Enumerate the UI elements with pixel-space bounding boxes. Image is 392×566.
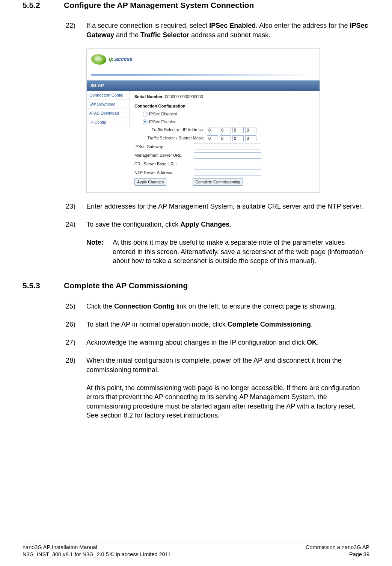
step-body: Click the Connection Config link on the … (86, 302, 369, 311)
section-title: Complete the AP Commissioning (64, 280, 369, 291)
footer-doc-title: nano3G AP Installation Manual (23, 544, 171, 551)
page-footer: nano3G AP Installation Manual N3G_INST_3… (23, 542, 369, 558)
footer-page-number: Page 39 (306, 551, 369, 558)
step-28-continuation: At this point, the commissioning web pag… (86, 383, 369, 420)
section-number: 5.5.3 (23, 280, 64, 291)
step-number: 26) (66, 320, 86, 329)
note-text: At this point it may be useful to make a… (113, 238, 369, 265)
step-24: 24) To save the configuration, click App… (66, 220, 369, 229)
footer-copyright: N3G_INST_300 v8.1 for N3G_2.0.5 © ip.acc… (23, 551, 171, 558)
note-block: Note: At this point it may be useful to … (86, 238, 369, 265)
section-heading-5.5.2: 5.5.2 Configure the AP Management System… (23, 0, 369, 11)
ipaccess-logo-icon (91, 54, 106, 65)
octet-input[interactable]: 0 (232, 127, 244, 133)
section-heading-5.5.3: 5.5.3 Complete the AP Commissioning (23, 280, 369, 291)
radio-label: IPSec Disabled (149, 111, 177, 117)
step-number: 24) (66, 220, 86, 229)
step-body: When the initial configuration is comple… (86, 356, 369, 374)
ts-ip-label: Traffic Selector - IP Address: (134, 127, 207, 133)
ipsec-gateway-input[interactable] (194, 144, 261, 150)
config-screenshot: ip.access 3G AP Connection Config SW Dow… (86, 48, 369, 193)
step-number: 23) (66, 202, 86, 211)
ts-mask-octets: 0 0 0 0 (207, 135, 256, 141)
step-25: 25) Click the Connection Config link on … (66, 302, 369, 311)
octet-input[interactable]: 0 (207, 127, 218, 133)
nav-sidebar: Connection Config SW Download ATAS Downl… (87, 91, 130, 192)
gradient-divider (91, 74, 315, 76)
ipsec-enabled-row[interactable]: IPSec Enabled (134, 119, 315, 125)
footer-chapter: Commission a nano3G AP (306, 544, 369, 551)
octet-input[interactable]: 0 (220, 135, 231, 141)
octet-input[interactable]: 0 (220, 127, 231, 133)
step-22: 22) If a secure connection is required, … (66, 21, 369, 39)
ipaccess-logo-text: ip.access (109, 56, 133, 63)
complete-commissioning-button[interactable]: Complete Commissioning (193, 178, 243, 186)
serial-value: 000000-0000000000 (165, 94, 203, 100)
section-title: Configure the AP Management System Conne… (64, 0, 369, 11)
step-number: 25) (66, 302, 86, 311)
octet-input[interactable]: 0 (245, 135, 256, 141)
mgmt-server-input[interactable] (194, 152, 261, 159)
radio-icon[interactable] (143, 120, 148, 124)
nav-ip-config[interactable]: IP Config (87, 118, 130, 127)
ipsec-disabled-row[interactable]: IPSec Disabled (134, 111, 315, 117)
step-body: Acknowledge the warning about changes in… (86, 338, 369, 347)
octet-input[interactable]: 0 (245, 127, 256, 133)
step-body: To start the AP in normal operation mode… (86, 320, 369, 329)
octet-input[interactable]: 0 (207, 135, 218, 141)
section-number: 5.5.2 (23, 0, 64, 11)
ts-mask-label: Traffic Selector - Subnet Mask: (134, 135, 207, 141)
breadcrumb-bar: 3G AP (87, 80, 320, 91)
crl-server-input[interactable] (194, 161, 261, 167)
octet-input[interactable]: 0 (232, 135, 244, 141)
step-28: 28) When the initial configuration is co… (66, 356, 369, 374)
ntp-server-label: NTP Server Address: (134, 170, 194, 176)
ts-ip-octets: 0 0 0 0 (207, 127, 256, 133)
form-title: Connection Configuration (134, 103, 315, 109)
step-number: 28) (66, 356, 86, 374)
radio-label: IPSec Enabled (149, 119, 176, 125)
note-label: Note: (86, 238, 113, 265)
step-body: If a secure connection is required, sele… (86, 21, 369, 39)
nav-atas-download[interactable]: ATAS Download (87, 109, 130, 118)
serial-label: Serial Number: (134, 94, 164, 100)
ntp-server-input[interactable] (194, 169, 261, 176)
radio-icon[interactable] (143, 112, 148, 117)
nav-connection-config[interactable]: Connection Config (87, 91, 130, 100)
crl-server-label: CRL Server Base URL: (134, 161, 194, 167)
step-23: 23) Enter addresses for the AP Managemen… (66, 202, 369, 211)
mgmt-server-label: Management Server URL: (134, 153, 194, 158)
step-26: 26) To start the AP in normal operation … (66, 320, 369, 329)
step-body: Enter addresses for the AP Management Sy… (86, 202, 369, 211)
apply-changes-button[interactable]: Apply Changes (134, 178, 166, 186)
step-body: To save the configuration, click Apply C… (86, 220, 369, 229)
step-27: 27) Acknowledge the warning about change… (66, 338, 369, 347)
step-number: 27) (66, 338, 86, 347)
step-number: 22) (66, 21, 86, 39)
ipsec-gateway-label: IPSec Gateway: (134, 144, 194, 150)
nav-sw-download[interactable]: SW Download (87, 100, 130, 109)
